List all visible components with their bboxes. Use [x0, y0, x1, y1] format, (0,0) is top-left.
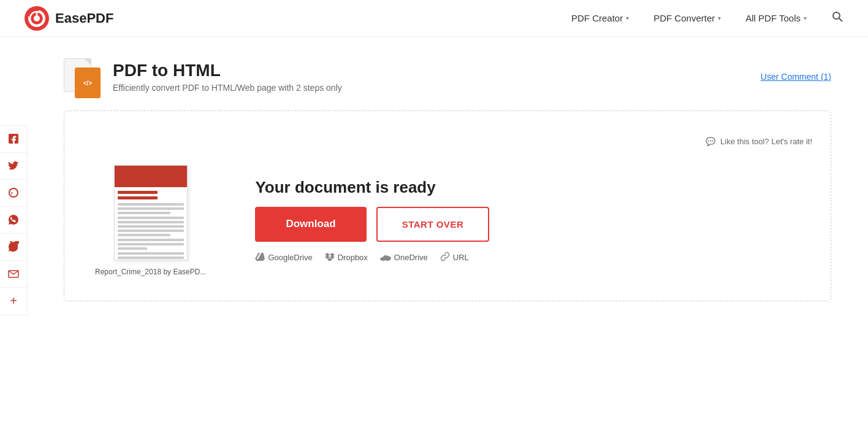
- logo[interactable]: EasePDF: [25, 6, 113, 31]
- page-title: PDF to HTML: [113, 61, 342, 80]
- googledrive-save-button[interactable]: GoogleDrive: [255, 252, 312, 263]
- chevron-down-icon: ▾: [626, 15, 629, 21]
- url-save-button[interactable]: URL: [440, 252, 469, 264]
- nav-pdf-converter[interactable]: PDF Converter ▾: [653, 13, 721, 23]
- facebook-share-button[interactable]: [0, 126, 27, 153]
- nav-pdf-creator[interactable]: PDF Creator ▾: [571, 13, 629, 23]
- logo-icon: [25, 6, 49, 31]
- twitter-share-button[interactable]: [0, 153, 27, 180]
- rate-tool-link[interactable]: 💬 Like this tool? Let's rate it!: [706, 137, 812, 146]
- download-button[interactable]: Download: [255, 207, 366, 242]
- search-button[interactable]: [831, 10, 843, 26]
- page-subtitle: Efficiently convert PDF to HTML/Web page…: [113, 83, 342, 93]
- header: EasePDF PDF Creator ▾ PDF Converter ▾ Al…: [0, 0, 868, 37]
- onedrive-icon: [380, 252, 391, 263]
- page-title-text: PDF to HTML Efficiently convert PDF to H…: [113, 61, 342, 93]
- startover-button[interactable]: START OVER: [376, 207, 490, 242]
- svg-text:r: r: [11, 190, 13, 196]
- rate-link-area: 💬 Like this tool? Let's rate it!: [83, 136, 812, 147]
- document-preview: Report_Crime_2018 by EasePD...: [95, 165, 206, 276]
- email-share-button[interactable]: [0, 261, 27, 288]
- svg-point-0: [30, 12, 44, 25]
- more-share-button[interactable]: +: [0, 288, 27, 314]
- page-header: </> PDF to HTML Efficiently convert PDF …: [64, 37, 831, 110]
- document-thumbnail: [114, 165, 188, 260]
- dropbox-save-button[interactable]: Dropbox: [325, 252, 368, 263]
- comment-icon: 💬: [706, 137, 715, 146]
- action-area: Your document is ready Download START OV…: [255, 178, 489, 264]
- save-options: GoogleDrive Dropbox OneDrive: [255, 252, 489, 264]
- main-content: </> PDF to HTML Efficiently convert PDF …: [27, 37, 868, 301]
- user-comment-link[interactable]: User Comment (1): [761, 72, 831, 82]
- whatsapp-share-button[interactable]: [0, 207, 27, 234]
- action-buttons: Download START OVER: [255, 207, 489, 242]
- svg-point-1: [34, 15, 40, 21]
- onedrive-save-button[interactable]: OneDrive: [380, 252, 428, 263]
- pinterest-share-button[interactable]: [0, 234, 27, 261]
- dropbox-icon: [325, 252, 335, 263]
- reddit-share-button[interactable]: r: [0, 180, 27, 207]
- chevron-down-icon: ▾: [804, 15, 807, 21]
- file-type-icon: </>: [64, 55, 101, 98]
- logo-text: EasePDF: [55, 10, 113, 26]
- nav-all-pdf-tools[interactable]: All PDF Tools ▾: [745, 13, 807, 23]
- document-filename: Report_Crime_2018 by EasePD...: [95, 268, 206, 276]
- svg-point-3: [833, 12, 840, 19]
- link-icon: [440, 252, 450, 264]
- svg-line-4: [839, 18, 842, 21]
- svg-marker-11: [255, 259, 265, 261]
- social-sidebar: r +: [0, 125, 28, 314]
- googledrive-icon: [255, 252, 265, 263]
- svg-point-19: [383, 255, 388, 259]
- tool-box: 💬 Like this tool? Let's rate it!: [64, 110, 831, 301]
- title-area: </> PDF to HTML Efficiently convert PDF …: [64, 55, 342, 98]
- main-nav: PDF Creator ▾ PDF Converter ▾ All PDF To…: [571, 10, 843, 26]
- result-area: Report_Crime_2018 by EasePD... Your docu…: [83, 165, 812, 276]
- chevron-down-icon: ▾: [718, 15, 721, 21]
- ready-text: Your document is ready: [255, 178, 489, 197]
